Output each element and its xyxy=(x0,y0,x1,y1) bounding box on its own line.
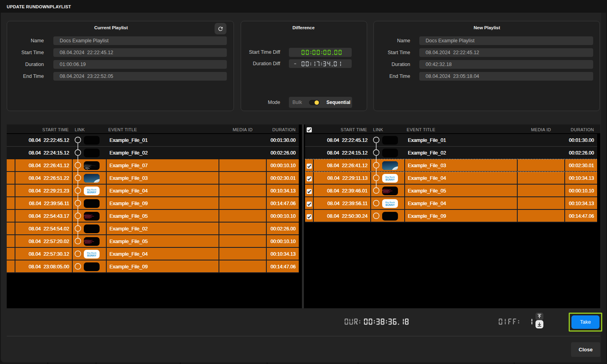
svg-text:BUNNY: BUNNY xyxy=(87,191,96,194)
svg-text:BUNNY: BUNNY xyxy=(87,254,96,257)
svg-text:BUNNY: BUNNY xyxy=(385,178,395,181)
svg-text:BUNNY: BUNNY xyxy=(385,204,395,206)
